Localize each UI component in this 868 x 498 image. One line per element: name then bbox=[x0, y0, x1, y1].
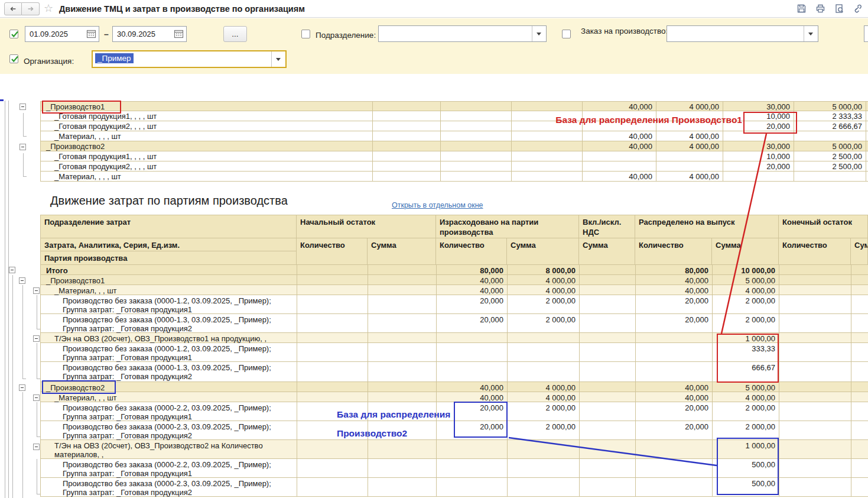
clipped-control[interactable] bbox=[864, 25, 868, 42]
collapse-group-icon[interactable] bbox=[19, 384, 25, 391]
cell[interactable]: 8 000,00 bbox=[507, 266, 579, 275]
calendar-icon[interactable] bbox=[174, 29, 184, 39]
link-icon[interactable] bbox=[852, 4, 863, 14]
cell[interactable]: 80,000 bbox=[635, 266, 712, 275]
cell[interactable]: 1 000,00 bbox=[712, 441, 779, 450]
cell[interactable]: 500,00 bbox=[712, 460, 779, 469]
cell[interactable]: 20,000 bbox=[436, 315, 507, 324]
cell[interactable]: 20,000 bbox=[635, 296, 712, 305]
save-icon[interactable] bbox=[797, 4, 807, 14]
cell[interactable]: 2 000,00 bbox=[712, 296, 779, 305]
cell[interactable]: 2 000,00 bbox=[507, 296, 579, 305]
cell[interactable]: 4 000,00 bbox=[507, 393, 579, 402]
header-cell[interactable]: Распределено на выпуск bbox=[635, 215, 779, 238]
cell[interactable]: 30,000 bbox=[723, 102, 794, 111]
table-row[interactable]: Производство без заказа (0000-1.3, 03.09… bbox=[40, 314, 868, 333]
cell[interactable]: 20,000 bbox=[436, 422, 507, 431]
table-row[interactable]: Производство без заказа (0000-2.3, 03.09… bbox=[40, 478, 868, 497]
table-row[interactable]: _Готовая продукция1, , , , шт10,0002 500… bbox=[40, 151, 868, 161]
header-cell[interactable]: Сумма bbox=[507, 238, 579, 265]
cell[interactable]: 5 000,00 bbox=[794, 102, 866, 111]
cell[interactable]: 20,000 bbox=[635, 403, 712, 412]
cell[interactable]: 2 500,00 bbox=[794, 152, 866, 161]
period-from-input[interactable]: 01.09.2025 bbox=[25, 26, 99, 42]
cell[interactable]: 20,000 bbox=[436, 296, 507, 305]
cell[interactable]: 40,000 bbox=[635, 276, 712, 285]
production-order-combo[interactable] bbox=[667, 25, 818, 42]
back-button[interactable] bbox=[4, 2, 22, 15]
cell[interactable]: 4 000,00 bbox=[656, 132, 723, 141]
header-cell[interactable]: Сумма bbox=[368, 238, 436, 265]
header-cell[interactable]: Сумма bbox=[851, 238, 868, 265]
cell[interactable]: 40,000 bbox=[582, 142, 656, 151]
cell[interactable]: 2 000,00 bbox=[507, 315, 579, 324]
header-cell[interactable]: Затрата, Аналитика, Серия, Ед.изм. bbox=[40, 238, 297, 251]
table-row[interactable]: Производство без заказа (0000-1.3, 03.09… bbox=[40, 362, 868, 382]
print-icon[interactable] bbox=[815, 4, 826, 14]
table-row[interactable]: Производство без заказа (0000-1.2, 03.09… bbox=[40, 295, 868, 314]
header-cell[interactable]: Количество bbox=[779, 238, 851, 265]
table-row[interactable]: _Производство240,0004 000,0040,0005 000,… bbox=[40, 382, 868, 392]
collapse-group-icon[interactable] bbox=[33, 287, 40, 294]
cell[interactable]: 4 000,00 bbox=[507, 286, 579, 295]
cell[interactable]: 2 000,00 bbox=[507, 422, 579, 431]
table-row[interactable]: Т/Эн на ОВЗ (20счет), ОВЗ_Производство1 … bbox=[40, 333, 868, 343]
table-row[interactable]: _Производство240,0004 000,0030,0005 000,… bbox=[40, 141, 868, 151]
cell[interactable]: 500,00 bbox=[712, 479, 779, 488]
table-row[interactable]: Т/Эн на ОВЗ (20счет), ОВЗ_Производство2 … bbox=[40, 440, 868, 459]
header-cell[interactable]: Количество bbox=[635, 238, 712, 265]
cell[interactable]: 20,000 bbox=[635, 422, 712, 431]
table-row[interactable]: Производство без заказа (0000-2.2, 03.09… bbox=[40, 402, 868, 421]
period-checkbox[interactable] bbox=[9, 30, 18, 38]
table-row[interactable]: _Производство140,0004 000,0030,0005 000,… bbox=[40, 101, 868, 111]
cell[interactable]: 80,000 bbox=[436, 266, 507, 275]
collapse-group-icon[interactable] bbox=[33, 335, 40, 342]
table-row[interactable]: Производство без заказа (0000-2.3, 03.09… bbox=[40, 421, 868, 440]
collapse-group-icon[interactable] bbox=[19, 277, 25, 284]
cell[interactable]: 40,000 bbox=[436, 286, 507, 295]
cell[interactable]: 40,000 bbox=[635, 393, 712, 402]
table-row[interactable]: _Материал, , , шт40,0004 000,0040,0004 0… bbox=[40, 392, 868, 402]
cell[interactable]: 30,000 bbox=[723, 142, 794, 151]
dropdown-zone[interactable] bbox=[532, 26, 546, 41]
collapse-group-icon[interactable] bbox=[33, 444, 40, 450]
dropdown-zone[interactable] bbox=[804, 26, 818, 41]
cell[interactable]: 40,000 bbox=[582, 172, 656, 181]
cell[interactable]: 4 000,00 bbox=[656, 172, 723, 181]
cell[interactable]: 4 000,00 bbox=[656, 102, 723, 111]
cell[interactable]: 4 000,00 bbox=[712, 393, 779, 402]
header-cell[interactable]: Конечный остаток bbox=[779, 215, 868, 238]
department-checkbox[interactable] bbox=[301, 30, 310, 38]
organization-checkbox[interactable] bbox=[9, 54, 18, 63]
table-row[interactable]: _Готовая продукция2, , , , шт20,0002 500… bbox=[40, 161, 868, 172]
organization-combo[interactable]: _Пример bbox=[92, 50, 287, 68]
cell[interactable]: 333,33 bbox=[712, 344, 779, 353]
table-row[interactable]: _Материал, , , шт40,0004 000,0040,0004 0… bbox=[40, 285, 868, 295]
print-preview-icon[interactable] bbox=[834, 4, 845, 14]
cell[interactable]: 2 000,00 bbox=[712, 315, 779, 324]
header-cell[interactable]: Сумма bbox=[712, 238, 779, 265]
dropdown-zone[interactable] bbox=[271, 51, 285, 67]
cell[interactable]: 666,67 bbox=[712, 363, 779, 372]
collapse-group-icon[interactable] bbox=[33, 394, 40, 401]
cell[interactable]: 4 000,00 bbox=[656, 142, 723, 151]
table-row[interactable]: Производство без заказа (0000-1.2, 03.09… bbox=[40, 343, 868, 362]
cell[interactable]: 2 333,33 bbox=[794, 112, 866, 121]
cell[interactable]: 20,000 bbox=[635, 315, 712, 324]
department-combo[interactable] bbox=[378, 25, 547, 42]
table-row[interactable]: _Готовая продукция1, , , , шт10,0002 333… bbox=[40, 111, 868, 121]
header-cell[interactable]: Израсходовано на партии производства bbox=[436, 215, 579, 238]
cell[interactable]: 20,000 bbox=[723, 162, 794, 171]
cell[interactable]: 2 500,00 bbox=[794, 162, 866, 171]
header-cell[interactable]: Сумма bbox=[579, 238, 635, 265]
cell[interactable]: 40,000 bbox=[582, 132, 656, 141]
header-cell[interactable]: Начальный остаток bbox=[297, 215, 436, 238]
header-cell[interactable]: Партия производства bbox=[40, 251, 297, 265]
header-cell[interactable]: Количество bbox=[297, 238, 368, 265]
header-cell[interactable]: Подразделение затрат bbox=[40, 215, 297, 238]
open-in-window-link[interactable]: Открыть в отдельном окне bbox=[392, 201, 483, 209]
collapse-group-icon[interactable] bbox=[9, 267, 15, 273]
cell[interactable]: 40,000 bbox=[635, 286, 712, 295]
table-row[interactable]: _Материал, , , , шт40,0004 000,00 bbox=[40, 172, 868, 182]
cell[interactable]: 1 000,00 bbox=[712, 334, 779, 343]
